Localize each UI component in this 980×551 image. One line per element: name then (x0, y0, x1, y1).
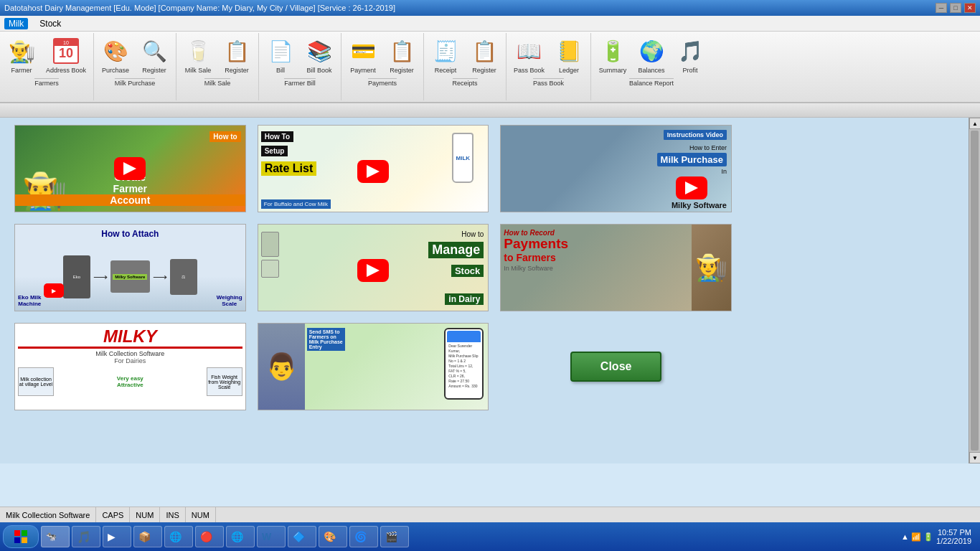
menu-milk[interactable]: Milk (4, 18, 28, 29)
balance-group-label: Balance Report (629, 78, 674, 87)
taskbar-app-vlc[interactable]: 🎵 (72, 526, 100, 547)
sale-register-btn[interactable]: 📋 Register (218, 34, 255, 77)
toolbar-section-passbook: 📖 Pass Book 📒 Ledger Pass Book (507, 33, 591, 100)
eko-device: Eko (63, 255, 90, 298)
video-card-attach[interactable]: How to Attach Eko ⟶ Milky Software ⟶ ⚖ (14, 224, 246, 311)
ledger-btn[interactable]: 📒 Ledger (550, 34, 588, 77)
passbook-label: Pass Book (514, 67, 545, 75)
how-to-attach-label: How to Attach (101, 229, 159, 239)
taskbar-app-app4[interactable]: 📦 (133, 526, 162, 547)
yt-small-play-attach[interactable]: ▶ (44, 283, 64, 298)
maximize-btn[interactable]: □ (950, 3, 961, 13)
ledger-label: Ledger (559, 67, 579, 75)
taskbar-app-app9[interactable]: 🔷 (288, 526, 316, 547)
milk-sale-btn[interactable]: 🥛 Milk Sale (179, 34, 217, 77)
balances-label: Balances (639, 67, 665, 75)
video-card-rate[interactable]: How To Setup Rate List For Buffalo and C… (258, 125, 489, 212)
milk-purchase-text: Milk Purchase (657, 153, 727, 166)
taskbar-app-app11[interactable]: 🌀 (349, 526, 378, 547)
video-card-milky[interactable]: MILKY Milk Collection Software For Dairi… (14, 323, 246, 410)
receipt-btn[interactable]: 🧾 Receipt (427, 34, 464, 77)
menu-stock[interactable]: Stock (35, 18, 65, 29)
scroll-down-btn[interactable]: ▼ (969, 452, 980, 463)
very-easy: Very easyAttractive (117, 375, 143, 388)
arrow-icon2: ⟶ (153, 271, 167, 283)
thumb-milk-entry: Instructions Video How to Enter Milk Pur… (501, 126, 731, 212)
thumb-sms: 👨 Dear Surender Kumar,Milk Purchase Slip… (258, 324, 489, 410)
payments-group-label: Payments (368, 78, 397, 87)
svg-rect-0 (14, 530, 20, 536)
farmer-btn[interactable]: 👨‍🌾 Farmer (3, 34, 40, 77)
profit-label: Profit (683, 67, 698, 75)
close-window-btn[interactable]: ✕ (964, 3, 976, 13)
farmer-label-text: Farmer (15, 183, 245, 194)
milk-sale-group-label: Milk Sale (204, 78, 231, 87)
title-bar: Datotahost Dairy Management [Edu. Mode] … (0, 0, 980, 16)
summary-btn[interactable]: 🔋 Summary (594, 34, 631, 77)
video-card-stock[interactable]: How to Manage Stock in Dairy (258, 224, 489, 311)
taskbar-app-video[interactable]: 🎬 (380, 526, 409, 547)
sms-content: Dear Surender Kumar,Milk Purchase Slip N… (447, 342, 481, 390)
date-display: 1/22/2019 (936, 537, 971, 545)
taskbar-app-ie[interactable]: 🌐 (164, 526, 193, 547)
toolbar-section-milk-sale: 🥛 Milk Sale 📋 Register Milk Sale (176, 33, 259, 100)
bill-book-btn[interactable]: 📚 Bill Book (301, 34, 338, 77)
ins-status: INS (160, 507, 185, 522)
scrollbar[interactable]: ▲ ▼ (969, 118, 980, 463)
account-label: Account (15, 194, 245, 206)
passbook-icon: 📖 (515, 37, 544, 65)
toolbar-section-payments: 💳 Payment 📋 Register Payments (341, 33, 424, 100)
purchase-register-icon: 🔍 (140, 37, 169, 65)
passbook-btn[interactable]: 📖 Pass Book (509, 34, 549, 77)
taskbar-app-chrome[interactable]: 🌐 (226, 526, 255, 547)
instructions-badge: Instructions Video (664, 130, 727, 140)
payment-texts: How to Record Payments to Farmers In Mil… (504, 229, 568, 272)
purchase-btn[interactable]: 🎨 Purchase (97, 34, 134, 77)
profit-icon: 🎵 (676, 37, 705, 65)
rec-register-btn[interactable]: 📋 Register (466, 34, 503, 77)
minimize-btn[interactable]: ─ (936, 3, 947, 13)
milky-software-text: Milky Software (657, 201, 727, 209)
pay-register-btn[interactable]: 📋 Register (383, 34, 420, 77)
taskbar-app-dairy[interactable]: 🐄 (41, 526, 70, 547)
play-btn-v3-inline[interactable] (676, 176, 707, 199)
taskbar-app-opera[interactable]: 🔴 (195, 526, 224, 547)
rec-register-icon: 📋 (470, 37, 499, 65)
profit-btn[interactable]: 🎵 Profit (672, 34, 709, 77)
pay-register-label: Register (390, 67, 414, 75)
play-btn-v2[interactable] (357, 160, 389, 183)
balances-btn[interactable]: 🌍 Balances (633, 34, 670, 77)
opera-icon: 🔴 (200, 531, 212, 542)
window-controls: ─ □ ✕ (936, 3, 976, 13)
play-btn-v1[interactable] (114, 157, 146, 180)
play-btn-v5[interactable] (357, 259, 389, 282)
taskbar-app-word[interactable]: W (257, 526, 286, 547)
video-card-farmer[interactable]: 👨‍🌾 How to Create Farmer Account (14, 125, 246, 212)
payment-btn[interactable]: 💳 Payment (344, 34, 382, 77)
scroll-up-btn[interactable]: ▲ (969, 118, 980, 129)
setup-label: Setup (261, 146, 288, 156)
ledger-icon: 📒 (555, 37, 583, 65)
stock-label: Stock (451, 265, 484, 277)
close-btn[interactable]: Close (570, 352, 662, 382)
toolbar: 👨‍🌾 Farmer 10 10 Address Book Farmers 🎨 … (0, 32, 980, 103)
start-button[interactable] (3, 525, 39, 548)
summary-label: Summary (599, 67, 627, 75)
tray-area: ▲ 📶 🔋 10:57 PM 1/22/2019 (901, 528, 977, 545)
receipts-group-label: Receipts (453, 78, 478, 87)
scroll-thumb[interactable] (971, 131, 979, 451)
taskbar-app-paint[interactable]: 🎨 (319, 526, 347, 547)
video-card-sms[interactable]: 👨 Dear Surender Kumar,Milk Purchase Slip… (258, 323, 489, 410)
video-card-milk-entry[interactable]: Instructions Video How to Enter Milk Pur… (500, 125, 732, 212)
bill-btn[interactable]: 📄 Bill (262, 34, 299, 77)
purchase-register-btn[interactable]: 🔍 Register (136, 34, 173, 77)
rec-register-label: Register (472, 67, 496, 75)
window-title: Datotahost Dairy Management [Edu. Mode] … (4, 4, 395, 12)
app4-icon: 📦 (138, 531, 151, 542)
taskbar-app-app3[interactable]: ▶ (103, 526, 131, 547)
to-farmers-text: to Farmers (504, 252, 568, 263)
address-book-btn[interactable]: 10 10 Address Book (42, 34, 90, 77)
video-card-payment[interactable]: 👨‍🌾 How to Record Payments to Farmers In… (500, 224, 732, 311)
caps-status: CAPS (96, 507, 130, 522)
milky-features: Milk collection at village Level Very ea… (18, 367, 242, 396)
